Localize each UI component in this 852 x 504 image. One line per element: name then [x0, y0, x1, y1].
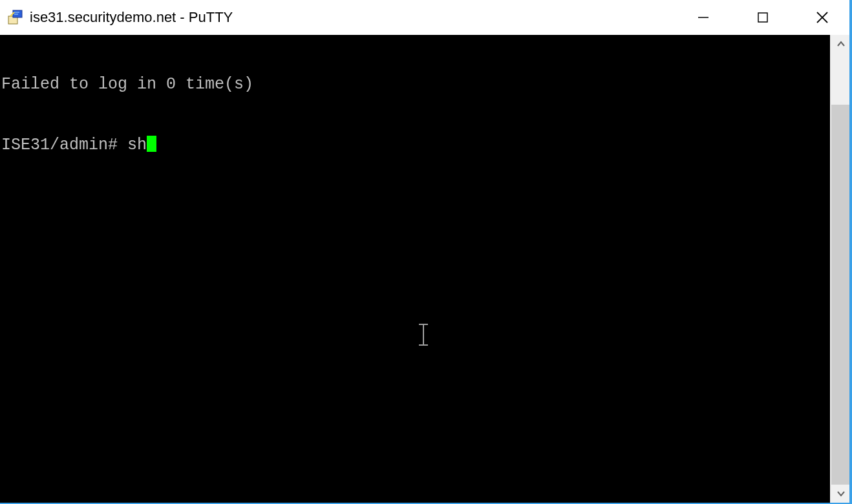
vertical-scrollbar[interactable] — [830, 35, 852, 503]
terminal-cursor — [147, 136, 156, 152]
putty-app-icon — [5, 7, 26, 28]
content-row: Failed to log in 0 time(s) ISE31/admin# … — [0, 35, 852, 503]
window-controls — [674, 0, 852, 35]
window-title: ise31.securitydemo.net - PuTTY — [30, 0, 233, 35]
terminal-prompt: ISE31/admin# — [1, 136, 127, 155]
scroll-up-button[interactable] — [830, 35, 852, 53]
window-right-edge — [849, 0, 852, 503]
scroll-track[interactable] — [830, 53, 852, 485]
scroll-thumb[interactable] — [831, 105, 851, 485]
terminal-prompt-line: ISE31/admin# sh — [1, 133, 829, 155]
maximize-button[interactable] — [733, 0, 793, 35]
chevron-up-icon — [836, 39, 846, 48]
terminal-output-line: Failed to log in 0 time(s) — [1, 75, 829, 94]
terminal-area[interactable]: Failed to log in 0 time(s) ISE31/admin# … — [0, 35, 830, 503]
text-caret-icon — [381, 302, 431, 369]
maximize-icon — [756, 11, 769, 24]
svg-rect-6 — [758, 13, 767, 22]
chevron-down-icon — [836, 489, 846, 498]
close-icon — [815, 10, 829, 25]
minimize-icon — [697, 11, 710, 24]
minimize-button[interactable] — [674, 0, 733, 35]
close-button[interactable] — [793, 0, 852, 35]
titlebar: ise31.securitydemo.net - PuTTY — [0, 0, 852, 35]
terminal-typed-text: sh — [127, 136, 147, 155]
scroll-down-button[interactable] — [830, 485, 852, 503]
